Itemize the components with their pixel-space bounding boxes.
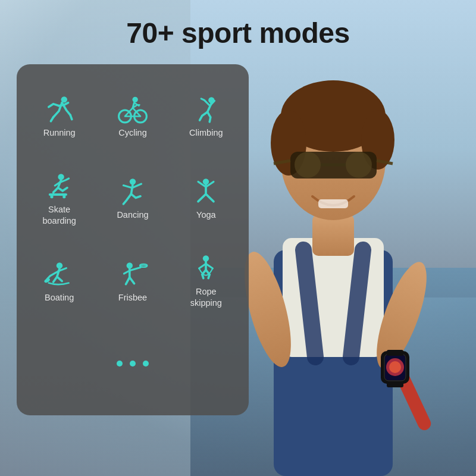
sport-row-3: Boating Frisbee bbox=[23, 240, 243, 322]
svg-point-34 bbox=[50, 195, 53, 198]
rope-icon bbox=[190, 253, 221, 284]
sport-item-climbing: Climbing bbox=[187, 89, 225, 143]
svg-point-24 bbox=[389, 361, 401, 373]
sport-item-frisbee: Frisbee bbox=[115, 254, 151, 308]
yoga-label: Yoga bbox=[196, 209, 216, 221]
frisbee-icon bbox=[117, 259, 148, 290]
climbing-icon bbox=[190, 94, 221, 125]
boating-icon bbox=[44, 259, 75, 290]
page-title: 70+ sport modes bbox=[0, 17, 476, 49]
more-dot-2 bbox=[130, 361, 136, 367]
svg-point-12 bbox=[295, 152, 321, 178]
skateboarding-label: Skateboarding bbox=[42, 204, 76, 227]
sport-modes-card: Running Cycling bbox=[17, 64, 249, 415]
yoga-icon bbox=[190, 176, 221, 207]
running-icon bbox=[44, 94, 75, 125]
rope-skipping-label: Ropeskipping bbox=[190, 286, 222, 309]
frisbee-label: Frisbee bbox=[118, 292, 147, 303]
svg-rect-6 bbox=[312, 214, 354, 256]
svg-rect-17 bbox=[318, 199, 348, 208]
sport-item-running: Running bbox=[41, 89, 78, 143]
sport-row-2: Skateboarding Dancing bbox=[23, 158, 243, 240]
sport-item-skateboarding: Skateboarding bbox=[40, 166, 78, 231]
running-label: Running bbox=[43, 127, 76, 139]
sport-item-boating: Boating bbox=[42, 254, 77, 308]
svg-rect-25 bbox=[387, 350, 403, 356]
cycling-label: Cycling bbox=[118, 127, 147, 139]
svg-rect-26 bbox=[387, 381, 403, 387]
more-dot-1 bbox=[117, 361, 123, 367]
svg-point-35 bbox=[62, 195, 65, 198]
dancing-icon bbox=[117, 176, 148, 207]
sport-item-dancing: Dancing bbox=[114, 171, 151, 226]
more-dot-3 bbox=[143, 361, 149, 367]
dancing-label: Dancing bbox=[117, 209, 148, 221]
sport-row-4 bbox=[23, 322, 243, 405]
sport-row-1: Running Cycling bbox=[23, 75, 243, 158]
climbing-label: Climbing bbox=[189, 127, 223, 139]
sport-item-rope-skipping: Ropeskipping bbox=[188, 248, 224, 314]
svg-point-28 bbox=[132, 97, 137, 102]
cycling-icon bbox=[117, 94, 148, 125]
svg-point-13 bbox=[346, 152, 372, 178]
boating-label: Boating bbox=[45, 292, 74, 303]
sport-item-yoga: Yoga bbox=[188, 171, 224, 226]
sport-item-cycling: Cycling bbox=[115, 89, 151, 143]
skating-icon bbox=[44, 171, 75, 202]
